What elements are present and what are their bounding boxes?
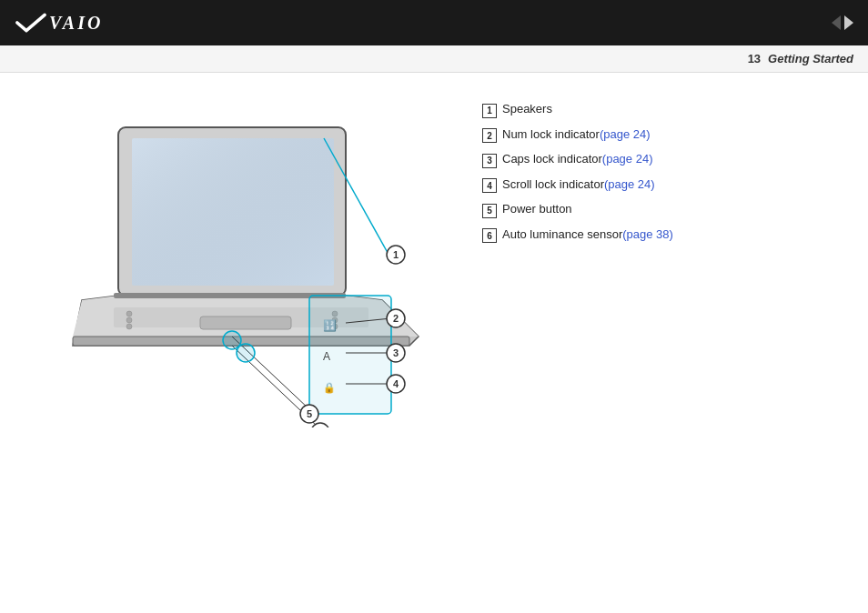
legend-text: Power button — [502, 200, 572, 218]
svg-text:2: 2 — [393, 313, 399, 324]
page-number: 13 — [748, 52, 761, 65]
legend-item: 4Scroll lock indicator (page 24) — [482, 176, 850, 194]
legend-text: Caps lock indicator — [502, 150, 602, 168]
svg-rect-5 — [200, 317, 291, 329]
svg-text:🔢: 🔢 — [323, 318, 337, 332]
laptop-area: 🔢 A 🔒 1 2 3 — [27, 91, 464, 595]
legend-link[interactable]: (page 24) — [600, 126, 651, 144]
legend-link[interactable]: (page 38) — [622, 226, 673, 244]
header-nav — [832, 0, 853, 45]
legend-link[interactable]: (page 24) — [602, 150, 653, 168]
legend-number: 6 — [482, 228, 497, 243]
legend-item: 6Auto luminance sensor (page 38) — [482, 226, 850, 244]
svg-point-7 — [126, 311, 132, 317]
legend-item: 3Caps lock indicator (page 24) — [482, 150, 850, 168]
vaio-logo: VAIO — [15, 6, 103, 39]
legend-number: 3 — [482, 154, 497, 168]
legend-number: 2 — [482, 128, 497, 143]
sub-header: 13 Getting Started — [0, 45, 868, 73]
svg-point-36 — [237, 344, 255, 362]
svg-text:1: 1 — [393, 249, 399, 260]
vaio-text: VAIO — [49, 13, 103, 34]
section-label: Getting Started — [768, 52, 853, 65]
svg-text:4: 4 — [393, 378, 399, 389]
svg-text:A: A — [323, 350, 330, 363]
svg-text:5: 5 — [307, 408, 312, 419]
legend-area: 1Speakers2Num lock indicator (page 24)3C… — [464, 91, 850, 595]
next-arrow[interactable] — [844, 15, 853, 30]
legend-text: Auto luminance sensor — [502, 226, 622, 244]
main-content: 🔢 A 🔒 1 2 3 — [0, 73, 868, 613]
svg-text:🔒: 🔒 — [323, 381, 336, 394]
legend-number: 5 — [482, 204, 497, 218]
svg-point-9 — [126, 324, 132, 329]
svg-rect-2 — [132, 138, 334, 286]
legend-number: 4 — [482, 178, 497, 193]
prev-arrow[interactable] — [832, 15, 841, 30]
vaio-logo-svg — [15, 6, 47, 39]
laptop-illustration: 🔢 A 🔒 1 2 3 — [36, 100, 455, 427]
legend-item: 5Power button — [482, 200, 850, 218]
svg-point-8 — [126, 317, 132, 323]
legend-link[interactable]: (page 24) — [604, 176, 655, 194]
legend-text: Speakers — [502, 100, 552, 118]
legend-item: 1Speakers — [482, 100, 850, 118]
legend-text: Num lock indicator — [502, 126, 600, 144]
legend-item: 2Num lock indicator (page 24) — [482, 126, 850, 144]
legend-number: 1 — [482, 104, 497, 118]
svg-text:3: 3 — [393, 347, 399, 358]
header: VAIO — [0, 0, 868, 45]
svg-rect-14 — [309, 296, 391, 414]
svg-text:6: 6 — [318, 427, 323, 427]
legend-text: Scroll lock indicator — [502, 176, 604, 194]
nav-arrows — [832, 15, 853, 30]
